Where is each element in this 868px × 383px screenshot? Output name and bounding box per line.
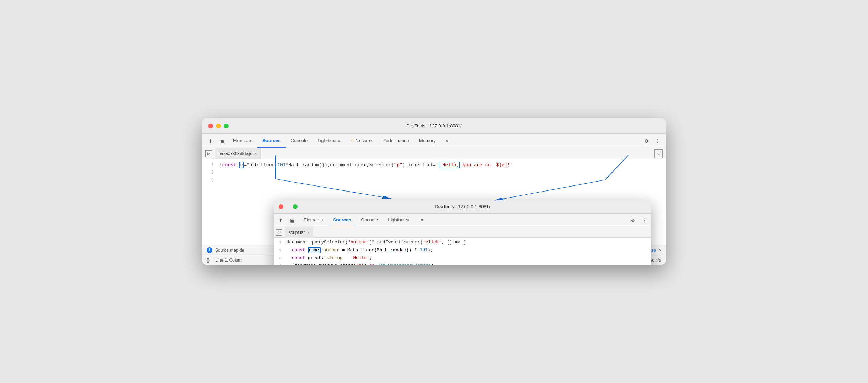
outer-title-bar: DevTools - 127.0.0.1:8081/ xyxy=(202,118,666,134)
inner-tab-elements[interactable]: Elements xyxy=(299,213,328,227)
collapse-panel-button[interactable]: ◁ xyxy=(654,149,663,158)
num-highlight: num: xyxy=(308,247,321,253)
inner-code-line-4: 4 (document.querySelector('p') as HTMLPa… xyxy=(274,263,651,265)
inner-cursor-icon[interactable]: ⬆ xyxy=(276,215,286,225)
outer-devtools-window: DevTools - 127.0.0.1:8081/ ⬆ ▣ Elements … xyxy=(202,118,666,265)
tab-lighthouse[interactable]: Lighthouse xyxy=(312,134,345,148)
inner-devtools-tabs: ⬆ ▣ Elements Sources Console Lighthouse … xyxy=(274,214,651,227)
tab-memory[interactable]: Memory xyxy=(414,134,441,148)
outer-window-title: DevTools - 127.0.0.1:8081/ xyxy=(406,123,461,128)
code-line-3: 3 xyxy=(202,178,666,186)
learn-more-close[interactable]: × xyxy=(659,248,661,253)
inner-devtools-window: DevTools - 127.0.0.1:8081/ ⬆ ▣ Elements … xyxy=(274,200,651,265)
close-button[interactable] xyxy=(208,124,213,128)
inner-tab-sources[interactable]: Sources xyxy=(328,213,356,227)
inner-code-area: 1 document.querySelector('button')?.addE… xyxy=(274,238,651,265)
tab-network[interactable]: ⚠ Network xyxy=(345,134,378,148)
info-icon: i xyxy=(207,247,212,253)
inner-window-controls xyxy=(279,204,298,209)
code-line-2: 2 xyxy=(202,170,666,178)
panel-icon[interactable]: ▣ xyxy=(217,136,227,146)
minimize-button[interactable] xyxy=(216,124,221,128)
status-left: i Source map de xyxy=(207,247,244,253)
inner-window-title: DevTools - 127.0.0.1:8081/ xyxy=(435,204,490,209)
inner-right-icons: ⚙ ⋮ xyxy=(628,215,649,225)
inner-tab-more[interactable]: » xyxy=(416,213,428,227)
tab-console[interactable]: Console xyxy=(286,134,313,148)
outer-window-controls xyxy=(208,124,229,128)
inner-panel-icon[interactable]: ▣ xyxy=(287,215,297,225)
outer-file-tab-bar: ▷ index.7808df6e.js × ◁ xyxy=(202,148,666,159)
inner-more-icon[interactable]: ⋮ xyxy=(639,215,649,225)
inner-sources-icon[interactable]: ▷ xyxy=(276,229,282,236)
tab-elements[interactable]: Elements xyxy=(228,134,257,148)
code-line-1: 1 {const e=Math.floor(101*Math.random())… xyxy=(202,162,666,170)
file-tab-close-icon[interactable]: × xyxy=(254,152,257,156)
inner-code-line-1: 1 document.querySelector('button')?.addE… xyxy=(274,240,651,248)
outer-highlight-hello: `Hello, xyxy=(439,162,460,168)
network-warn-icon: ⚠ xyxy=(350,138,354,143)
tab-performance[interactable]: Performance xyxy=(378,134,414,148)
sources-panel-icon[interactable]: ▷ xyxy=(205,150,212,157)
cursor-icon[interactable]: ⬆ xyxy=(205,136,215,146)
inner-code-line-2: 2 const num: number = Math.floor(Math.ra… xyxy=(274,248,651,256)
inner-file-tab-bar: ▷ script.ts* × xyxy=(274,227,651,238)
inner-code-line-3: 3 const greet: string = 'Hello'; xyxy=(274,256,651,263)
outer-file-tab[interactable]: index.7808df6e.js × xyxy=(215,148,261,159)
inner-tab-console[interactable]: Console xyxy=(356,213,383,227)
maximize-button[interactable] xyxy=(224,124,229,128)
inner-file-tab[interactable]: script.ts* × xyxy=(285,227,313,238)
inner-maximize-button[interactable] xyxy=(293,204,298,209)
inner-close-button[interactable] xyxy=(279,204,283,209)
tab-sources[interactable]: Sources xyxy=(257,134,285,148)
inner-file-tab-close[interactable]: × xyxy=(307,230,309,235)
tab-more[interactable]: » xyxy=(441,134,453,148)
more-options-icon[interactable]: ⋮ xyxy=(653,136,663,146)
settings-icon[interactable]: ⚙ xyxy=(641,136,651,146)
outer-devtools-tabs: ⬆ ▣ Elements Sources Console Lighthouse … xyxy=(202,134,666,148)
devtools-right-icons: ⚙ ⋮ xyxy=(641,136,663,146)
format-icon[interactable]: {} xyxy=(207,258,210,263)
inner-tab-lighthouse[interactable]: Lighthouse xyxy=(383,213,416,227)
inner-settings-icon[interactable]: ⚙ xyxy=(628,215,638,225)
outer-highlight-e: e xyxy=(239,162,244,168)
inner-title-bar: DevTools - 127.0.0.1:8081/ xyxy=(274,200,651,214)
